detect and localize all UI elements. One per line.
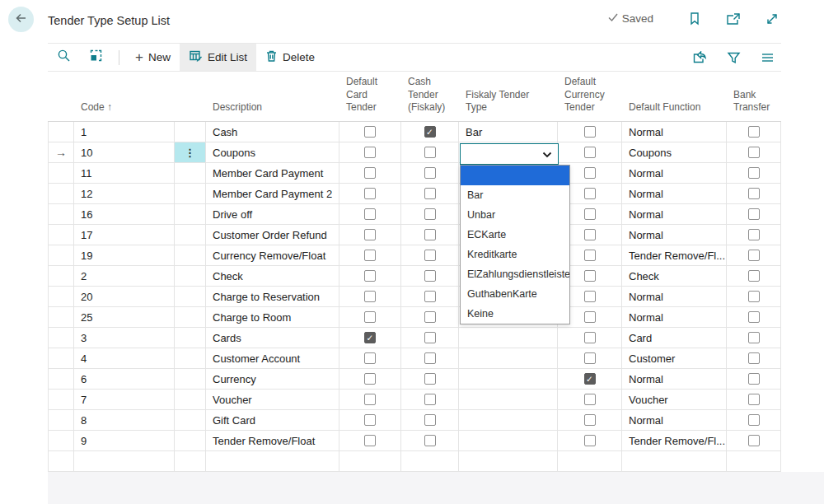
description-cell[interactable]: Coupons	[206, 142, 339, 163]
default-card-tender-checkbox[interactable]	[364, 291, 376, 302]
description-cell[interactable]: Currency	[206, 369, 339, 390]
code-cell[interactable]: 19	[74, 245, 175, 266]
cash-tender-fiskaly-checkbox[interactable]	[424, 332, 436, 343]
description-cell[interactable]: Gift Card	[206, 410, 339, 431]
code-cell[interactable]: 16	[74, 204, 175, 225]
delete-button[interactable]: Delete	[256, 44, 324, 71]
default-card-tender-checkbox[interactable]	[364, 147, 376, 158]
dropdown-option[interactable]: Kreditkarte	[461, 245, 569, 264]
search-button[interactable]	[48, 44, 80, 71]
cash-tender-fiskaly-checkbox[interactable]	[424, 167, 436, 179]
default-card-tender-checkbox[interactable]	[364, 126, 376, 138]
default-function-cell[interactable]: Normal	[622, 184, 727, 204]
default-card-tender-checkbox[interactable]	[364, 435, 376, 446]
description-cell[interactable]: Member Card Payment 2	[206, 184, 339, 204]
default-function-cell[interactable]: Normal	[622, 307, 727, 328]
default-function-cell[interactable]: Voucher	[622, 390, 727, 410]
fiskaly-tender-type-cell[interactable]	[459, 410, 558, 431]
default-card-tender-checkbox[interactable]	[364, 270, 376, 282]
row-menu-cell[interactable]: ⋮	[175, 204, 206, 225]
bank-transfer-checkbox[interactable]	[748, 352, 760, 364]
code-cell[interactable]: 9	[74, 431, 175, 451]
back-button[interactable]	[8, 7, 34, 32]
default-card-tender-checkbox[interactable]	[364, 229, 376, 240]
column-header-bank-transfer[interactable]: Bank Transfer	[727, 72, 781, 121]
dropdown-option[interactable]: Bar	[461, 185, 569, 205]
default-card-tender-checkbox[interactable]	[364, 188, 376, 199]
row-menu-cell[interactable]: ⋮	[175, 184, 206, 204]
column-header-cash-tender-fiskaly[interactable]: Cash Tender (Fiskaly)	[401, 72, 459, 121]
default-function-cell[interactable]: Normal	[622, 163, 727, 184]
column-header-description[interactable]: Description	[206, 72, 339, 121]
row-menu-cell[interactable]: ⋮	[175, 266, 206, 287]
code-cell[interactable]: 1	[74, 122, 175, 142]
description-cell[interactable]: Cards	[206, 328, 339, 348]
dropdown-option[interactable]: ElZahlungsdienstleister	[461, 264, 569, 284]
description-cell[interactable]: Cash	[206, 122, 339, 142]
row-selector-cell[interactable]: →	[48, 163, 74, 184]
row-menu-cell[interactable]: ⋮	[175, 287, 206, 307]
default-currency-tender-checkbox[interactable]	[584, 229, 596, 240]
default-card-tender-checkbox[interactable]	[364, 332, 376, 343]
cash-tender-fiskaly-checkbox[interactable]	[424, 435, 436, 446]
row-selector-cell[interactable]: →	[48, 287, 74, 307]
bank-transfer-checkbox[interactable]	[748, 208, 760, 220]
row-menu-cell[interactable]: ⋮	[175, 328, 206, 348]
row-menu-cell[interactable]: ⋮	[175, 431, 206, 451]
row-menu-cell[interactable]: ⋮	[175, 348, 206, 369]
bank-transfer-checkbox[interactable]	[748, 291, 760, 302]
cash-tender-fiskaly-checkbox[interactable]	[424, 208, 436, 220]
column-header-code[interactable]: Code ↑	[74, 72, 175, 121]
default-card-tender-checkbox[interactable]	[364, 250, 376, 261]
description-cell[interactable]: Check	[206, 266, 339, 287]
cash-tender-fiskaly-checkbox[interactable]	[424, 311, 436, 323]
row-menu-cell[interactable]: ⋮	[175, 122, 206, 142]
dropdown-option[interactable]: Keine	[461, 304, 569, 324]
default-currency-tender-checkbox[interactable]	[584, 208, 596, 220]
bank-transfer-checkbox[interactable]	[748, 229, 760, 240]
default-function-cell[interactable]: Normal	[622, 410, 727, 431]
bank-transfer-checkbox[interactable]	[748, 250, 760, 261]
description-cell[interactable]: Charge to Reservation	[206, 287, 339, 307]
code-cell[interactable]: 7	[74, 390, 175, 410]
cash-tender-fiskaly-checkbox[interactable]	[424, 373, 436, 385]
fiskaly-tender-type-cell[interactable]: Bar	[459, 122, 558, 142]
fiskaly-tender-type-cell[interactable]	[459, 431, 558, 451]
default-function-cell[interactable]: Tender Remove/Fl...	[622, 245, 727, 266]
bank-transfer-checkbox[interactable]	[748, 167, 760, 179]
bank-transfer-checkbox[interactable]	[748, 373, 760, 385]
default-currency-tender-checkbox[interactable]	[584, 188, 596, 199]
dropdown-option[interactable]: Unbar	[461, 205, 569, 225]
fiskaly-tender-type-cell[interactable]	[459, 369, 558, 390]
code-cell[interactable]: 25	[74, 307, 175, 328]
default-currency-tender-checkbox[interactable]	[584, 250, 596, 261]
description-cell[interactable]: Customer Order Refund	[206, 225, 339, 245]
row-selector-cell[interactable]: →	[48, 348, 74, 369]
filter-icon[interactable]	[727, 51, 741, 64]
description-cell[interactable]: Currency Remove/Float	[206, 245, 339, 266]
edit-list-button[interactable]: Edit List	[180, 44, 256, 71]
code-cell[interactable]: 17	[74, 225, 175, 245]
row-selector-cell[interactable]: →	[48, 122, 74, 142]
default-function-cell[interactable]: Normal	[622, 122, 727, 142]
default-currency-tender-checkbox[interactable]	[584, 291, 596, 302]
fiskaly-tender-type-cell[interactable]	[459, 328, 558, 348]
row-menu-cell[interactable]: ⋮	[175, 142, 206, 163]
row-menu-cell[interactable]: ⋮	[175, 307, 206, 328]
cash-tender-fiskaly-checkbox[interactable]	[424, 250, 436, 261]
code-cell[interactable]: 20	[74, 287, 175, 307]
description-cell[interactable]: Tender Remove/Float	[206, 431, 339, 451]
options-list-icon[interactable]	[761, 52, 775, 63]
default-currency-tender-checkbox[interactable]	[584, 167, 596, 179]
code-cell[interactable]	[74, 451, 175, 472]
bank-transfer-checkbox[interactable]	[748, 332, 760, 343]
description-cell[interactable]: Drive off	[206, 204, 339, 225]
description-cell[interactable]	[206, 451, 339, 472]
row-selector-cell[interactable]: →	[48, 245, 74, 266]
row-selector-cell[interactable]: →	[48, 266, 74, 287]
fiskaly-tender-type-cell[interactable]	[459, 451, 558, 472]
dropdown-option[interactable]	[461, 166, 569, 185]
code-cell[interactable]: 3	[74, 328, 175, 348]
row-selector-cell[interactable]: →	[48, 142, 74, 163]
cash-tender-fiskaly-checkbox[interactable]	[424, 352, 436, 364]
